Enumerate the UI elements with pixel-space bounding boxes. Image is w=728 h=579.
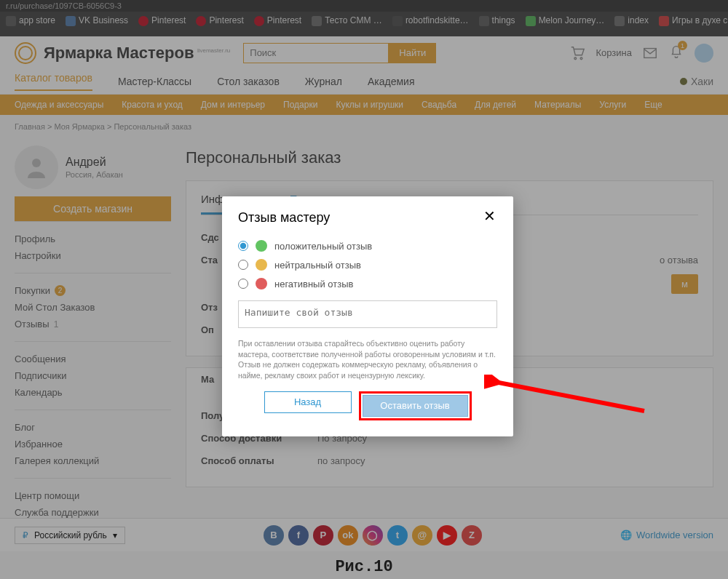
option-positive[interactable]: положительный отзыв (238, 236, 497, 255)
radio-negative[interactable] (238, 279, 248, 289)
smile-pos-icon (256, 240, 267, 252)
modal-title: Отзыв мастеру (238, 210, 481, 225)
option-label: негативный отзыв (274, 279, 353, 290)
review-modal: Отзыв мастеру ✕ положительный отзыв нейт… (222, 196, 513, 436)
smile-neg-icon (256, 278, 267, 290)
submit-review-button[interactable]: Оставить отзыв (363, 395, 468, 417)
option-negative[interactable]: негативный отзыв (238, 274, 497, 293)
modal-disclaimer: При оставлении отзыва старайтесь объекти… (238, 338, 497, 381)
close-icon[interactable]: ✕ (481, 209, 497, 225)
back-button[interactable]: Назад (264, 391, 352, 413)
option-neutral[interactable]: нейтральный отзыв (238, 255, 497, 274)
radio-positive[interactable] (238, 241, 248, 251)
radio-neutral[interactable] (238, 260, 248, 270)
option-label: положительный отзыв (274, 241, 372, 252)
smile-neu-icon (256, 259, 267, 271)
modal-actions: Назад Оставить отзыв (238, 391, 497, 420)
option-label: нейтральный отзыв (274, 260, 361, 271)
submit-highlight-annotation: Оставить отзыв (359, 391, 472, 420)
review-textarea[interactable] (238, 300, 497, 328)
